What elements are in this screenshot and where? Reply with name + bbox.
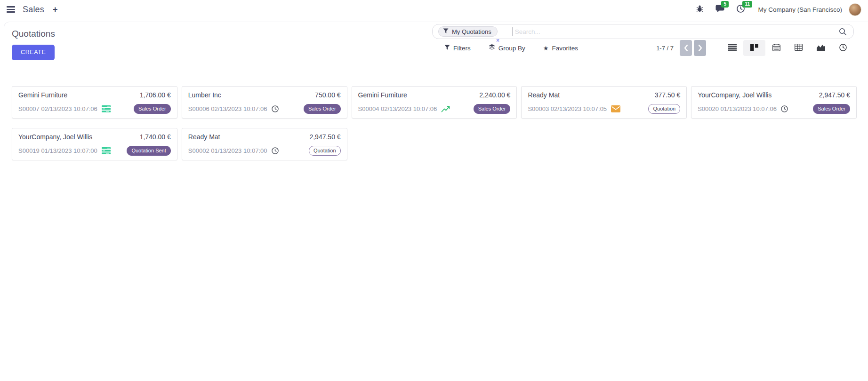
messages-button[interactable]: 5 bbox=[715, 5, 724, 15]
filters-dropdown[interactable]: Filters bbox=[444, 45, 471, 52]
card-status-badge: Quotation bbox=[648, 104, 680, 114]
pager: 1-7 / 7 bbox=[656, 40, 706, 56]
add-menu-icon[interactable]: + bbox=[51, 5, 60, 14]
card-amount: 2,947.50 € bbox=[309, 133, 340, 141]
bug-icon bbox=[696, 5, 703, 14]
graph-view-icon bbox=[817, 44, 825, 52]
activities-count-badge: 11 bbox=[742, 1, 752, 8]
card-partner-name: YourCompany, Joel Willis bbox=[18, 133, 92, 141]
activity-view-icon bbox=[839, 44, 847, 53]
pager-range: 1-7 / 7 bbox=[656, 45, 674, 52]
card-reference-datetime: S00004 02/13/2023 10:07:06 bbox=[358, 105, 437, 112]
search-icon[interactable] bbox=[838, 27, 848, 37]
filters-label: Filters bbox=[453, 45, 471, 52]
action-panel: Quotations CREATE My Quotations × bbox=[4, 22, 868, 381]
pager-next-button[interactable] bbox=[694, 40, 706, 56]
kanban-card[interactable]: Gemini Furniture 2,240.00 € S00004 02/13… bbox=[352, 86, 517, 119]
card-reference-datetime: S00002 01/13/2023 10:07:00 bbox=[188, 147, 267, 154]
card-partner-name: Lumber Inc bbox=[188, 91, 221, 99]
card-reference-datetime: S00020 01/13/2023 10:07:06 bbox=[698, 105, 777, 112]
clock-icon[interactable] bbox=[272, 105, 279, 112]
card-amount: 2,240.00 € bbox=[479, 91, 510, 99]
card-partner-name: YourCompany, Joel Willis bbox=[698, 91, 772, 99]
kanban-card[interactable]: Ready Mat 2,947.50 € S00002 01/13/2023 1… bbox=[182, 128, 347, 160]
pivot-view-icon bbox=[795, 44, 803, 52]
kanban-view-icon bbox=[750, 44, 758, 52]
search-facet-label: My Quotations bbox=[452, 28, 491, 35]
card-amount: 377.50 € bbox=[655, 91, 681, 99]
card-status-badge: Sales Order bbox=[304, 104, 341, 114]
card-partner-name: Ready Mat bbox=[188, 133, 220, 141]
group-by-dropdown[interactable]: Group By bbox=[489, 44, 525, 52]
current-app-label[interactable]: Sales bbox=[23, 5, 44, 15]
activity-lines-icon[interactable] bbox=[102, 147, 111, 154]
filter-funnel-icon bbox=[444, 45, 450, 52]
card-status-badge: Sales Order bbox=[813, 104, 850, 114]
kanban-card[interactable]: Lumber Inc 750.00 € S00006 02/13/2023 10… bbox=[182, 86, 347, 119]
search-options: Filters Group By ★ Favorites bbox=[432, 44, 578, 52]
view-switcher-pivot[interactable] bbox=[788, 40, 810, 56]
messages-count-badge: 5 bbox=[721, 1, 729, 8]
favorites-dropdown[interactable]: ★ Favorites bbox=[543, 45, 578, 52]
card-reference-datetime: S00007 02/13/2023 10:07:06 bbox=[18, 105, 97, 112]
filter-funnel-icon bbox=[443, 28, 449, 35]
search-bar[interactable]: My Quotations × bbox=[432, 24, 854, 39]
activities-button[interactable]: 11 bbox=[737, 5, 745, 15]
envelope-icon[interactable] bbox=[611, 105, 620, 112]
star-icon: ★ bbox=[543, 45, 549, 51]
card-reference-datetime: S00003 02/13/2023 10:07:05 bbox=[528, 105, 607, 112]
view-switcher-list[interactable] bbox=[721, 40, 743, 56]
card-status-badge: Sales Order bbox=[134, 104, 171, 114]
view-switcher-kanban[interactable] bbox=[743, 40, 765, 56]
search-input[interactable] bbox=[513, 28, 838, 35]
chart-up-icon[interactable] bbox=[441, 105, 450, 112]
search-facet[interactable]: My Quotations bbox=[438, 26, 498, 37]
card-amount: 1,740.00 € bbox=[140, 133, 171, 141]
control-panel: Quotations CREATE My Quotations × bbox=[4, 22, 868, 68]
kanban-card[interactable]: Gemini Furniture 1,706.00 € S00007 02/13… bbox=[12, 86, 177, 119]
apps-menu-icon[interactable] bbox=[6, 4, 16, 15]
facet-remove-icon[interactable]: × bbox=[496, 38, 499, 43]
favorites-label: Favorites bbox=[552, 45, 578, 52]
view-switcher-graph[interactable] bbox=[810, 40, 832, 56]
card-amount: 750.00 € bbox=[315, 91, 341, 99]
page-title: Quotations bbox=[12, 29, 55, 39]
pager-previous-button[interactable] bbox=[680, 40, 692, 56]
create-button[interactable]: CREATE bbox=[12, 45, 55, 60]
view-switcher-calendar[interactable] bbox=[765, 40, 788, 56]
user-avatar[interactable] bbox=[849, 3, 861, 16]
calendar-view-icon bbox=[772, 44, 780, 53]
user-company-menu[interactable]: My Company (San Francisco) bbox=[758, 6, 842, 13]
kanban-card[interactable]: YourCompany, Joel Willis 2,947.50 € S000… bbox=[691, 86, 857, 119]
top-navbar: Sales + 5 11 My Company (San Francisco) bbox=[0, 0, 868, 19]
card-partner-name: Gemini Furniture bbox=[18, 91, 67, 99]
card-status-badge: Sales Order bbox=[474, 104, 511, 114]
card-partner-name: Ready Mat bbox=[528, 91, 560, 99]
kanban-card[interactable]: YourCompany, Joel Willis 1,740.00 € S000… bbox=[12, 128, 177, 160]
card-amount: 1,706.00 € bbox=[140, 91, 171, 99]
activity-lines-icon[interactable] bbox=[102, 105, 111, 112]
layers-icon bbox=[489, 44, 495, 52]
card-status-badge: Quotation bbox=[309, 146, 341, 156]
card-reference-datetime: S00019 01/13/2023 10:07:00 bbox=[18, 147, 97, 154]
group-by-label: Group By bbox=[498, 45, 525, 52]
view-switcher bbox=[721, 40, 854, 56]
debug-button[interactable] bbox=[696, 5, 703, 14]
card-partner-name: Gemini Furniture bbox=[358, 91, 407, 99]
card-reference-datetime: S00006 02/13/2023 10:07:06 bbox=[188, 105, 267, 112]
card-amount: 2,947.50 € bbox=[819, 91, 850, 99]
clock-icon[interactable] bbox=[272, 147, 279, 154]
clock-icon[interactable] bbox=[781, 105, 788, 112]
card-status-badge: Quotation Sent bbox=[127, 146, 170, 156]
kanban-view: Gemini Furniture 1,706.00 € S00007 02/13… bbox=[12, 86, 857, 160]
kanban-card[interactable]: Ready Mat 377.50 € S00003 02/13/2023 10:… bbox=[521, 86, 687, 119]
list-view-icon bbox=[728, 44, 737, 52]
view-switcher-activity[interactable] bbox=[832, 40, 854, 56]
